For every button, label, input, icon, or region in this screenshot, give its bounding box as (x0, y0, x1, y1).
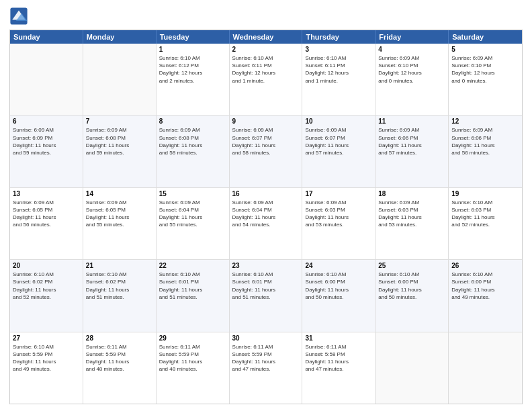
calendar-cell: 9Sunrise: 6:09 AM Sunset: 6:07 PM Daylig… (230, 116, 303, 187)
calendar-header: SundayMondayTuesdayWednesdayThursdayFrid… (10, 30, 522, 44)
day-number: 24 (305, 262, 372, 269)
calendar-cell (449, 332, 522, 404)
calendar-row-5: 27Sunrise: 6:10 AM Sunset: 5:59 PM Dayli… (10, 332, 522, 404)
day-number: 2 (232, 46, 300, 53)
calendar-cell: 6Sunrise: 6:09 AM Sunset: 6:09 PM Daylig… (10, 116, 83, 187)
day-number: 6 (13, 118, 80, 125)
cell-info: Sunrise: 6:10 AM Sunset: 6:01 PM Dayligh… (159, 271, 226, 301)
calendar-cell: 19Sunrise: 6:10 AM Sunset: 6:03 PM Dayli… (449, 188, 522, 259)
calendar-body: 1Sunrise: 6:10 AM Sunset: 6:12 PM Daylig… (10, 44, 522, 404)
cell-info: Sunrise: 6:10 AM Sunset: 6:00 PM Dayligh… (305, 271, 372, 301)
header-cell-monday: Monday (83, 30, 157, 44)
cell-info: Sunrise: 6:09 AM Sunset: 6:06 PM Dayligh… (378, 126, 445, 156)
calendar-cell: 29Sunrise: 6:11 AM Sunset: 5:59 PM Dayli… (157, 332, 230, 404)
calendar-cell: 15Sunrise: 6:09 AM Sunset: 6:04 PM Dayli… (157, 188, 230, 259)
cell-info: Sunrise: 6:09 AM Sunset: 6:04 PM Dayligh… (232, 199, 300, 229)
cell-info: Sunrise: 6:09 AM Sunset: 6:05 PM Dayligh… (13, 199, 80, 229)
header-cell-saturday: Saturday (449, 30, 522, 44)
cell-info: Sunrise: 6:10 AM Sunset: 6:00 PM Dayligh… (378, 271, 445, 301)
cell-info: Sunrise: 6:11 AM Sunset: 5:59 PM Dayligh… (86, 343, 153, 373)
calendar-cell: 26Sunrise: 6:10 AM Sunset: 6:00 PM Dayli… (449, 260, 522, 331)
cell-info: Sunrise: 6:09 AM Sunset: 6:08 PM Dayligh… (159, 126, 226, 156)
calendar-cell: 5Sunrise: 6:09 AM Sunset: 6:10 PM Daylig… (449, 44, 522, 115)
calendar: SundayMondayTuesdayWednesdayThursdayFrid… (9, 30, 523, 404)
calendar-cell: 11Sunrise: 6:09 AM Sunset: 6:06 PM Dayli… (375, 116, 449, 187)
cell-info: Sunrise: 6:09 AM Sunset: 6:08 PM Dayligh… (86, 126, 153, 156)
calendar-cell (10, 44, 83, 115)
cell-info: Sunrise: 6:09 AM Sunset: 6:06 PM Dayligh… (451, 126, 519, 156)
calendar-cell: 22Sunrise: 6:10 AM Sunset: 6:01 PM Dayli… (157, 260, 230, 331)
day-number: 19 (451, 190, 519, 197)
calendar-cell: 30Sunrise: 6:11 AM Sunset: 5:59 PM Dayli… (230, 332, 303, 404)
calendar-cell: 28Sunrise: 6:11 AM Sunset: 5:59 PM Dayli… (83, 332, 157, 404)
day-number: 28 (86, 334, 153, 342)
calendar-cell: 12Sunrise: 6:09 AM Sunset: 6:06 PM Dayli… (449, 116, 522, 187)
day-number: 21 (86, 262, 153, 269)
cell-info: Sunrise: 6:09 AM Sunset: 6:07 PM Dayligh… (232, 126, 300, 156)
calendar-cell: 21Sunrise: 6:10 AM Sunset: 6:02 PM Dayli… (83, 260, 157, 331)
calendar-cell (83, 44, 157, 115)
calendar-cell: 18Sunrise: 6:09 AM Sunset: 6:03 PM Dayli… (375, 188, 449, 259)
header-cell-sunday: Sunday (10, 30, 83, 44)
day-number: 14 (86, 190, 153, 197)
cell-info: Sunrise: 6:10 AM Sunset: 6:12 PM Dayligh… (159, 54, 226, 85)
calendar-cell: 4Sunrise: 6:09 AM Sunset: 6:10 PM Daylig… (375, 44, 449, 115)
cell-info: Sunrise: 6:10 AM Sunset: 6:03 PM Dayligh… (451, 199, 519, 229)
calendar-cell: 10Sunrise: 6:09 AM Sunset: 6:07 PM Dayli… (302, 116, 375, 187)
calendar-cell: 8Sunrise: 6:09 AM Sunset: 6:08 PM Daylig… (157, 116, 230, 187)
cell-info: Sunrise: 6:11 AM Sunset: 5:59 PM Dayligh… (159, 343, 226, 373)
cell-info: Sunrise: 6:09 AM Sunset: 6:07 PM Dayligh… (305, 126, 372, 156)
day-number: 25 (378, 262, 445, 269)
calendar-cell: 27Sunrise: 6:10 AM Sunset: 5:59 PM Dayli… (10, 332, 83, 404)
cell-info: Sunrise: 6:09 AM Sunset: 6:03 PM Dayligh… (378, 199, 445, 229)
day-number: 7 (86, 118, 153, 125)
calendar-cell: 2Sunrise: 6:10 AM Sunset: 6:11 PM Daylig… (230, 44, 303, 115)
day-number: 23 (232, 262, 300, 269)
day-number: 4 (378, 46, 445, 53)
calendar-cell: 25Sunrise: 6:10 AM Sunset: 6:00 PM Dayli… (375, 260, 449, 331)
logo (9, 7, 31, 26)
day-number: 1 (159, 46, 226, 53)
calendar-cell: 17Sunrise: 6:09 AM Sunset: 6:03 PM Dayli… (302, 188, 375, 259)
cell-info: Sunrise: 6:09 AM Sunset: 6:10 PM Dayligh… (378, 54, 445, 85)
cell-info: Sunrise: 6:11 AM Sunset: 5:58 PM Dayligh… (305, 343, 372, 373)
cell-info: Sunrise: 6:11 AM Sunset: 5:59 PM Dayligh… (232, 343, 300, 373)
calendar-cell: 1Sunrise: 6:10 AM Sunset: 6:12 PM Daylig… (157, 44, 230, 115)
calendar-cell: 31Sunrise: 6:11 AM Sunset: 5:58 PM Dayli… (302, 332, 375, 404)
cell-info: Sunrise: 6:10 AM Sunset: 6:02 PM Dayligh… (86, 271, 153, 301)
day-number: 12 (451, 118, 519, 125)
cell-info: Sunrise: 6:09 AM Sunset: 6:04 PM Dayligh… (159, 199, 226, 229)
day-number: 17 (305, 190, 372, 197)
calendar-cell: 3Sunrise: 6:10 AM Sunset: 6:11 PM Daylig… (302, 44, 375, 115)
day-number: 8 (159, 118, 226, 125)
day-number: 5 (451, 46, 519, 53)
day-number: 30 (232, 334, 300, 342)
calendar-row-2: 6Sunrise: 6:09 AM Sunset: 6:09 PM Daylig… (10, 115, 522, 187)
header-cell-wednesday: Wednesday (230, 30, 303, 44)
calendar-cell (375, 332, 449, 404)
calendar-cell: 20Sunrise: 6:10 AM Sunset: 6:02 PM Dayli… (10, 260, 83, 331)
day-number: 9 (232, 118, 300, 125)
day-number: 16 (232, 190, 300, 197)
cell-info: Sunrise: 6:10 AM Sunset: 6:01 PM Dayligh… (232, 271, 300, 301)
day-number: 13 (13, 190, 80, 197)
day-number: 27 (13, 334, 80, 342)
day-number: 15 (159, 190, 226, 197)
day-number: 11 (378, 118, 445, 125)
day-number: 26 (451, 262, 519, 269)
day-number: 29 (159, 334, 226, 342)
header-cell-thursday: Thursday (302, 30, 375, 44)
calendar-row-3: 13Sunrise: 6:09 AM Sunset: 6:05 PM Dayli… (10, 187, 522, 259)
cell-info: Sunrise: 6:10 AM Sunset: 5:59 PM Dayligh… (13, 343, 80, 373)
cell-info: Sunrise: 6:09 AM Sunset: 6:10 PM Dayligh… (451, 54, 519, 85)
cell-info: Sunrise: 6:09 AM Sunset: 6:05 PM Dayligh… (86, 199, 153, 229)
cell-info: Sunrise: 6:10 AM Sunset: 6:11 PM Dayligh… (232, 54, 300, 85)
calendar-cell: 7Sunrise: 6:09 AM Sunset: 6:08 PM Daylig… (83, 116, 157, 187)
cell-info: Sunrise: 6:10 AM Sunset: 6:00 PM Dayligh… (451, 271, 519, 301)
cell-info: Sunrise: 6:09 AM Sunset: 6:03 PM Dayligh… (305, 199, 372, 229)
calendar-cell: 14Sunrise: 6:09 AM Sunset: 6:05 PM Dayli… (83, 188, 157, 259)
calendar-cell: 16Sunrise: 6:09 AM Sunset: 6:04 PM Dayli… (230, 188, 303, 259)
day-number: 31 (305, 334, 372, 342)
header-cell-tuesday: Tuesday (157, 30, 230, 44)
day-number: 20 (13, 262, 80, 269)
